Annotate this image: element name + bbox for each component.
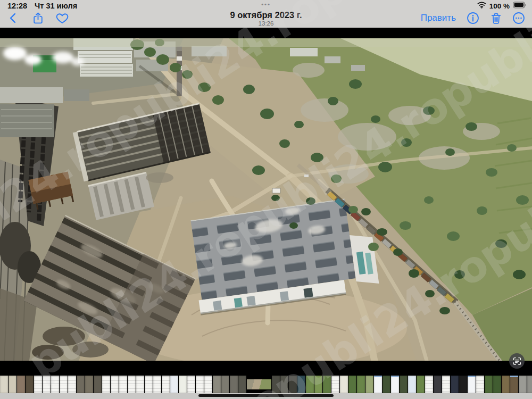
thumbnail[interactable] bbox=[493, 376, 501, 393]
photos-app-window: 12:28 Чт 31 июля ••• 100 % 9 ок bbox=[0, 0, 532, 399]
photo-time-subtitle: 13:26 bbox=[160, 20, 372, 27]
thumbnail[interactable] bbox=[213, 376, 221, 393]
toolbar-right-actions: Править bbox=[421, 11, 526, 25]
thumbnail[interactable] bbox=[187, 376, 195, 393]
thumbnail[interactable] bbox=[17, 376, 25, 393]
thumbnail[interactable] bbox=[502, 376, 510, 393]
thumbnail-current[interactable] bbox=[247, 376, 271, 393]
battery-percent: 100 % bbox=[489, 2, 510, 10]
thumbnail[interactable] bbox=[34, 376, 42, 393]
thumbnail[interactable] bbox=[204, 376, 212, 393]
thumbnail[interactable] bbox=[9, 376, 16, 393]
thumbnail[interactable] bbox=[297, 376, 305, 393]
thumbnail[interactable] bbox=[442, 376, 450, 393]
thumbnail[interactable] bbox=[238, 376, 246, 393]
photo-title-block: 9 октября 2023 г. 13:26 bbox=[160, 10, 372, 27]
thumbnail[interactable] bbox=[451, 376, 459, 393]
thumbnail[interactable] bbox=[485, 376, 493, 393]
back-button[interactable] bbox=[6, 11, 20, 25]
thumbnail[interactable] bbox=[340, 376, 348, 393]
thumbnail-current-preview bbox=[247, 379, 271, 389]
thumbnail[interactable] bbox=[289, 376, 297, 393]
thumbnail[interactable] bbox=[391, 376, 399, 393]
thumbnail[interactable] bbox=[519, 376, 527, 393]
thumbnail[interactable] bbox=[153, 376, 161, 393]
battery-icon bbox=[513, 2, 527, 10]
thumbnail[interactable] bbox=[476, 376, 484, 393]
thumbnail[interactable] bbox=[145, 376, 153, 393]
toolbar-left-actions bbox=[6, 11, 69, 25]
thumbnail[interactable] bbox=[162, 376, 170, 393]
thumbnail[interactable] bbox=[459, 376, 467, 393]
share-button[interactable] bbox=[31, 11, 45, 25]
thumbnail[interactable] bbox=[85, 376, 93, 393]
thumbnail[interactable] bbox=[77, 376, 85, 393]
trash-icon[interactable] bbox=[489, 11, 503, 25]
thumbnail[interactable] bbox=[0, 376, 8, 393]
thumbnail[interactable] bbox=[331, 376, 339, 393]
thumbnail[interactable] bbox=[136, 376, 144, 393]
thumbnail[interactable] bbox=[51, 376, 59, 393]
home-indicator[interactable] bbox=[198, 394, 334, 397]
thumbnail[interactable] bbox=[43, 376, 51, 393]
edit-button[interactable]: Править bbox=[421, 13, 457, 23]
thumbnail[interactable] bbox=[408, 376, 416, 393]
thumbnail[interactable] bbox=[119, 376, 127, 393]
photo-date-title: 9 октября 2023 г. bbox=[160, 10, 372, 20]
thumbnail[interactable] bbox=[434, 376, 442, 393]
thumbnail[interactable] bbox=[196, 376, 204, 393]
thumbnail[interactable] bbox=[468, 376, 476, 393]
thumbnail[interactable] bbox=[374, 376, 382, 393]
thumbnail[interactable] bbox=[314, 376, 322, 393]
thumbnail[interactable] bbox=[417, 376, 425, 393]
thumbnail[interactable] bbox=[94, 376, 102, 393]
thumbnail[interactable] bbox=[280, 376, 288, 393]
thumbnail[interactable] bbox=[400, 376, 408, 393]
more-options-icon[interactable] bbox=[512, 11, 526, 25]
thumbnail[interactable] bbox=[170, 376, 178, 393]
photo-canvas[interactable] bbox=[0, 38, 532, 361]
thumbnail[interactable] bbox=[348, 376, 356, 393]
thumbnail[interactable] bbox=[357, 376, 365, 393]
favorite-heart-button[interactable] bbox=[55, 11, 69, 25]
live-text-icon bbox=[513, 357, 521, 365]
thumbnail[interactable] bbox=[128, 376, 136, 393]
window-controls-dots[interactable]: ••• bbox=[0, 1, 532, 7]
thumbnail[interactable] bbox=[179, 376, 187, 393]
thumbnail[interactable] bbox=[383, 376, 390, 393]
thumbnail[interactable] bbox=[60, 376, 68, 393]
wifi-icon bbox=[477, 2, 486, 10]
top-toolbar: 12:28 Чт 31 июля ••• 100 % 9 ок bbox=[0, 0, 532, 28]
thumbnail[interactable] bbox=[306, 376, 314, 393]
thumbnail[interactable] bbox=[111, 376, 119, 393]
aerial-photo-illustration bbox=[0, 38, 532, 361]
thumbnail[interactable] bbox=[221, 376, 229, 393]
thumbnail[interactable] bbox=[102, 376, 110, 393]
thumbnail[interactable] bbox=[425, 376, 433, 393]
thumbnail[interactable] bbox=[272, 376, 280, 393]
thumbnail[interactable] bbox=[68, 376, 76, 393]
info-icon[interactable] bbox=[466, 11, 480, 25]
thumbnail[interactable] bbox=[510, 376, 518, 393]
thumbnail[interactable] bbox=[323, 376, 331, 393]
status-indicators: 100 % bbox=[477, 2, 527, 10]
thumbnail[interactable] bbox=[527, 376, 532, 393]
thumbnail[interactable] bbox=[365, 376, 373, 393]
live-text-button[interactable] bbox=[509, 353, 525, 369]
thumbnail[interactable] bbox=[26, 376, 34, 393]
filmstrip[interactable] bbox=[0, 376, 532, 393]
thumbnail[interactable] bbox=[230, 376, 238, 393]
